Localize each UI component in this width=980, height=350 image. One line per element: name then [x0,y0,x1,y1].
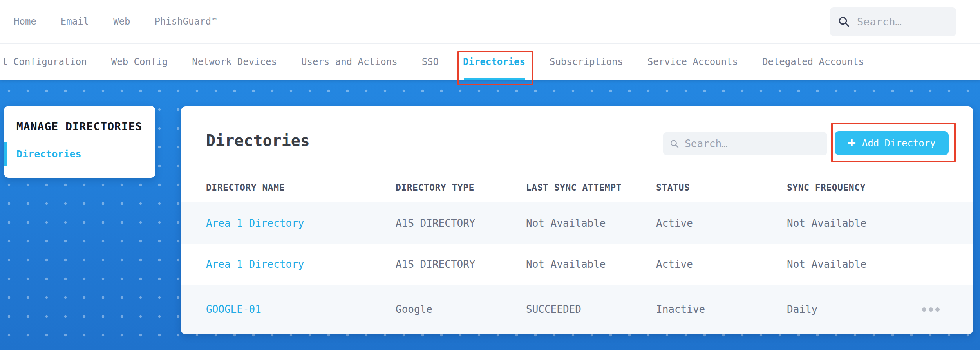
top-nav: HomeEmailWebPhishGuard™ [14,16,217,27]
add-directory-button[interactable]: + Add Directory [835,131,949,155]
top-bar: HomeEmailWebPhishGuard™ [0,0,980,44]
tab-label: Web Config [111,56,168,67]
directories-search-input[interactable] [685,138,821,150]
active-tab-underline [464,78,525,80]
screen: HomeEmailWebPhishGuard™ l Configuration … [0,0,980,350]
global-search[interactable] [830,7,956,36]
cell-status: Inactive [656,303,787,315]
add-directory-label: Add Directory [862,138,936,149]
directories-panel: Directories + Add Directory DIRECTORY NA… [181,106,973,334]
tab-label: SSO [422,56,439,67]
top-nav-item[interactable]: Email [61,16,89,27]
tab-label: Directories [463,56,525,67]
column-header: DIRECTORY NAME [206,182,396,193]
directory-name-link[interactable]: Area 1 Directory [206,217,396,229]
directory-name-link[interactable]: Area 1 Directory [206,258,396,270]
cell-sync-frequency: Not Available [787,217,922,229]
cell-directory-type: Google [396,303,526,315]
column-header: LAST SYNC ATTEMPT [526,182,656,193]
column-header: SYNC FREQUENCY [787,182,922,193]
manage-directories-card: MANAGE DIRECTORIES Directories [4,106,155,178]
cell-sync-frequency: Not Available [787,258,922,270]
cell-sync-frequency: Daily [787,303,922,315]
search-icon [837,15,850,28]
settings-tab[interactable]: Delegated Accounts [762,44,864,80]
table-row[interactable]: GOOGLE-01 Google SUCCEEDED Inactive Dail… [181,285,973,334]
settings-tab[interactable]: Service Accounts [647,44,738,80]
directory-name-link[interactable]: GOOGLE-01 [206,303,396,315]
tab-label: Subscriptions [550,56,623,67]
settings-tab[interactable]: Directories [463,44,525,80]
tab-label: Users and Actions [301,56,398,67]
column-header: DIRECTORY TYPE [396,182,526,193]
table-row[interactable]: Area 1 Directory A1S_DIRECTORY Not Avail… [181,202,973,244]
cell-directory-type: A1S_DIRECTORY [396,258,526,270]
cell-last-sync-attempt: Not Available [526,258,656,270]
top-nav-item[interactable]: PhishGuard™ [154,16,217,27]
global-search-input[interactable] [857,16,949,28]
settings-tabs: l Configuration Web Config Network Devic… [0,44,980,80]
table-header: DIRECTORY NAMEDIRECTORY TYPELAST SYNC AT… [181,172,973,202]
cell-directory-type: A1S_DIRECTORY [396,217,526,229]
top-nav-item[interactable]: Home [14,16,36,27]
search-icon [669,138,679,149]
directories-search[interactable] [663,132,827,155]
column-header: STATUS [656,182,787,193]
cell-last-sync-attempt: SUCCEEDED [526,303,656,315]
cell-status: Active [656,217,787,229]
directories-table: DIRECTORY NAMEDIRECTORY TYPELAST SYNC AT… [181,172,973,334]
row-actions-menu-icon[interactable] [922,303,940,316]
table-row[interactable]: Area 1 Directory A1S_DIRECTORY Not Avail… [181,244,973,285]
content-background: MANAGE DIRECTORIES Directories Directori… [0,80,980,350]
cell-last-sync-attempt: Not Available [526,217,656,229]
tab-label: Network Devices [192,56,277,67]
settings-tab[interactable]: Subscriptions [550,44,623,80]
sidebar-item-directories[interactable]: Directories [16,143,144,166]
settings-tab[interactable]: l Configuration [2,44,87,80]
settings-tab[interactable]: Users and Actions [301,44,398,80]
cell-status: Active [656,258,787,270]
tab-label: l Configuration [2,56,87,67]
sidebar-title: MANAGE DIRECTORIES [16,120,144,133]
settings-tab[interactable]: SSO [422,44,439,80]
panel-title: Directories [206,132,310,150]
settings-nav: l Configuration Web Config Network Devic… [0,44,980,80]
tab-label: Delegated Accounts [762,56,864,67]
plus-icon: + [848,136,855,149]
top-nav-item[interactable]: Web [113,16,130,27]
table-body: Area 1 Directory A1S_DIRECTORY Not Avail… [181,202,973,334]
tab-label: Service Accounts [647,56,738,67]
sidebar-list: Directories [16,143,144,166]
settings-tab[interactable]: Network Devices [192,44,277,80]
settings-tab[interactable]: Web Config [111,44,168,80]
